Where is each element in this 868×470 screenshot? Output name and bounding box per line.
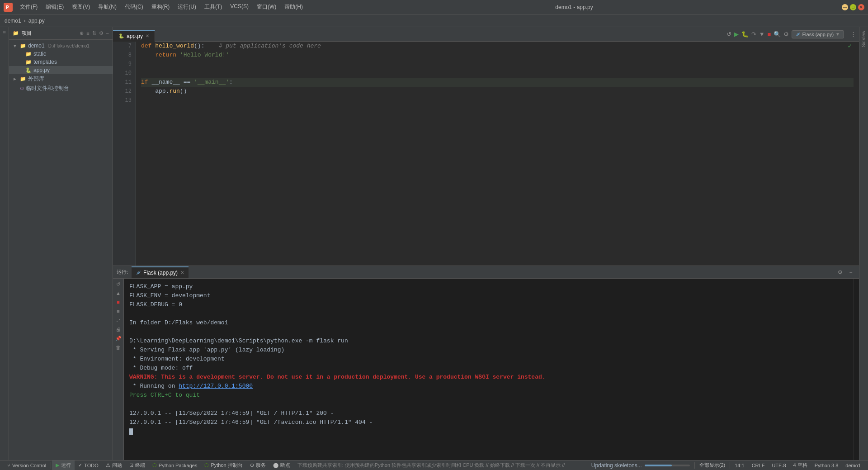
run-settings-icon[interactable]: ⚙ — [835, 268, 844, 277]
run-tab-close-icon[interactable]: ✕ — [180, 270, 184, 275]
maximize-button[interactable]: □ — [850, 4, 856, 10]
status-breakpoints[interactable]: ⬤ 断点 — [269, 461, 294, 470]
run-config-button[interactable]: 🌶 Flask (app.py) ▼ — [792, 30, 844, 38]
run-icon[interactable]: ▶ — [734, 31, 739, 38]
status-version-control[interactable]: ⑂ Version Control — [4, 461, 50, 470]
term-line-2: FLASK_ENV = development — [129, 291, 848, 300]
tree-root[interactable]: ▼ 📁 demo1 D:\Flaks web\demo1 — [9, 42, 113, 50]
tree-item-templates[interactable]: 📁 templates — [9, 58, 113, 66]
minimize-button[interactable]: — — [842, 4, 848, 10]
all-display-label: 全部显示(2) — [699, 462, 725, 469]
line-num-10: 10 — [117, 69, 132, 78]
structure-right-tab[interactable]: SidView — [860, 27, 867, 51]
status-indent[interactable]: 4 空格 — [790, 462, 811, 469]
close-button[interactable]: ✕ — [858, 4, 864, 10]
status-python-console[interactable]: ⬡ Python 控制台 — [201, 461, 246, 470]
tree-item-static[interactable]: 📁 static — [9, 50, 113, 58]
menu-run[interactable]: 运行(U) — [174, 2, 200, 12]
status-problems[interactable]: ⚠ 问题 — [102, 461, 126, 470]
status-divider-r1 — [694, 462, 695, 469]
menu-code[interactable]: 代码(C) — [121, 2, 147, 12]
menu-bar: 文件(F) 编辑(E) 视图(V) 导航(N) 代码(C) 重构(R) 运行(U… — [16, 2, 307, 12]
status-project-name[interactable]: demo1 — [842, 463, 864, 468]
settings-icon[interactable]: ⚙ — [783, 31, 789, 38]
menu-file[interactable]: 文件(F) — [16, 2, 41, 12]
run-up-icon[interactable]: ▲ — [115, 290, 122, 297]
project-list-icon[interactable]: ≡ — [86, 31, 89, 36]
menu-refactor[interactable]: 重构(R) — [148, 2, 174, 12]
status-charset[interactable]: UTF-8 — [768, 463, 789, 468]
term-line-ctrl: Press CTRL+C to quit — [129, 391, 848, 400]
project-settings-icon[interactable]: ⚙ — [99, 30, 104, 36]
debug-icon[interactable]: 🐛 — [741, 31, 749, 38]
menu-help[interactable]: 帮助(H) — [281, 2, 307, 12]
status-services[interactable]: ⊙ 服务 — [246, 461, 269, 470]
project-add-icon[interactable]: ⊕ — [80, 30, 84, 36]
tree-item-external-libs[interactable]: ► 📁 外部库 — [9, 74, 113, 84]
run-minimize-icon[interactable]: − — [846, 268, 855, 277]
term-line-running: * Running on http://127.0.0.1:5000 — [129, 382, 848, 391]
run-trash-icon[interactable]: 🗑 — [115, 344, 122, 351]
svg-text:P: P — [6, 5, 9, 10]
status-all-display[interactable]: 全部显示(2) — [696, 462, 729, 469]
editor-area: 🐍 app.py ✕ ↺ ▶ 🐛 ↷ ▼ ■ 🔍 ⚙ — [113, 27, 859, 266]
status-bar: ⑂ Version Control ▶ 运行 ✓ TODO ⚠ 问题 ⊡ 终端 … — [0, 460, 868, 470]
menu-view[interactable]: 视图(V) — [68, 2, 94, 12]
term-line-3: FLASK_DEBUG = 0 — [129, 300, 848, 309]
step-over-icon[interactable]: ↷ — [751, 31, 756, 38]
project-sort-icon[interactable]: ⇅ — [92, 30, 96, 36]
problems-label: 问题 — [112, 462, 122, 469]
stop-icon[interactable]: ■ — [768, 31, 771, 38]
status-terminal[interactable]: ⊡ 终端 — [126, 461, 149, 470]
tab-close-icon[interactable]: ✕ — [146, 33, 149, 38]
status-python-packages[interactable]: ⬡ Python Packages — [149, 461, 201, 470]
code-line-8: return 'Hello World!' — [141, 51, 854, 60]
run-pin-icon[interactable]: 📌 — [115, 335, 122, 342]
status-python-version[interactable]: Python 3.8 — [811, 463, 842, 468]
run-restart-icon[interactable]: ↺ — [115, 280, 122, 288]
tree-item-apppy[interactable]: 🐍 app.py — [9, 66, 113, 74]
menu-tools[interactable]: 工具(T) — [201, 2, 226, 12]
editor-tab-apppy[interactable]: 🐍 app.py ✕ — [113, 30, 155, 42]
status-todo[interactable]: ✓ TODO — [75, 461, 102, 470]
terminal-scrollbar[interactable] — [854, 279, 859, 460]
run-stop-icon[interactable]: ■ — [115, 299, 122, 306]
terminal-output[interactable]: FLASK_APP = app.py FLASK_ENV = developme… — [124, 279, 854, 460]
structure-tab[interactable]: ≡ — [1, 27, 8, 37]
tree-arrow-external: ► — [13, 76, 18, 81]
breadcrumb-file[interactable]: app.py — [28, 18, 45, 24]
run-dropdown-icon[interactable]: ▼ — [759, 31, 765, 38]
menu-vcs[interactable]: VCS(S) — [226, 2, 252, 12]
run-list-icon[interactable]: ≡ — [115, 308, 122, 315]
run-tab-flask[interactable]: 🌶 Flask (app.py) ✕ — [132, 266, 189, 278]
status-position[interactable]: 14:1 — [731, 463, 748, 468]
localhost-link[interactable]: http://127.0.0.1:5000 — [179, 382, 253, 391]
menu-window[interactable]: 窗口(W) — [253, 2, 280, 12]
menu-edit[interactable]: 编辑(E) — [42, 2, 67, 12]
search-icon[interactable]: 🔍 — [774, 31, 781, 38]
breadcrumb: demo1 › app.py — [0, 14, 868, 27]
run-main: ↺ ▲ ■ ≡ ⇌ 🖨 📌 🗑 FLASK_APP = app.py FLASK… — [113, 279, 859, 460]
tree-root-path: D:\Flaks web\demo1 — [48, 43, 90, 48]
code-line-11: ▶ if __name__ == '__main__': — [141, 78, 854, 87]
run-config-dropdown-icon: ▼ — [835, 32, 840, 37]
tree-temp-label: 临时文件和控制台 — [26, 85, 69, 92]
status-divider-r2 — [730, 462, 730, 469]
code-editor[interactable]: 7 8 9 10 11 12 13 ✓ def hello_world(): #… — [113, 42, 859, 266]
more-options-icon[interactable]: ⋮ — [848, 31, 859, 38]
project-collapse-icon[interactable]: − — [106, 31, 109, 36]
todo-icon: ✓ — [78, 462, 82, 468]
app-logo: P — [4, 3, 13, 12]
run-print-icon[interactable]: 🖨 — [115, 326, 122, 333]
status-encoding[interactable]: CRLF — [748, 463, 769, 468]
far-right-panel: SidView — [859, 27, 868, 460]
tree-item-temp[interactable]: ⊙ 临时文件和控制台 — [9, 84, 113, 93]
term-line-9: * Environment: development — [129, 355, 848, 364]
refresh-icon[interactable]: ↺ — [726, 31, 731, 38]
menu-navigate[interactable]: 导航(N) — [94, 2, 120, 12]
breadcrumb-project[interactable]: demo1 — [5, 18, 21, 24]
run-wrap-icon[interactable]: ⇌ — [115, 317, 122, 324]
code-content[interactable]: ✓ def hello_world(): # put application's… — [136, 42, 859, 266]
folder-icon-root: 📁 — [20, 43, 26, 49]
status-run[interactable]: ▶ 运行 — [52, 461, 75, 470]
